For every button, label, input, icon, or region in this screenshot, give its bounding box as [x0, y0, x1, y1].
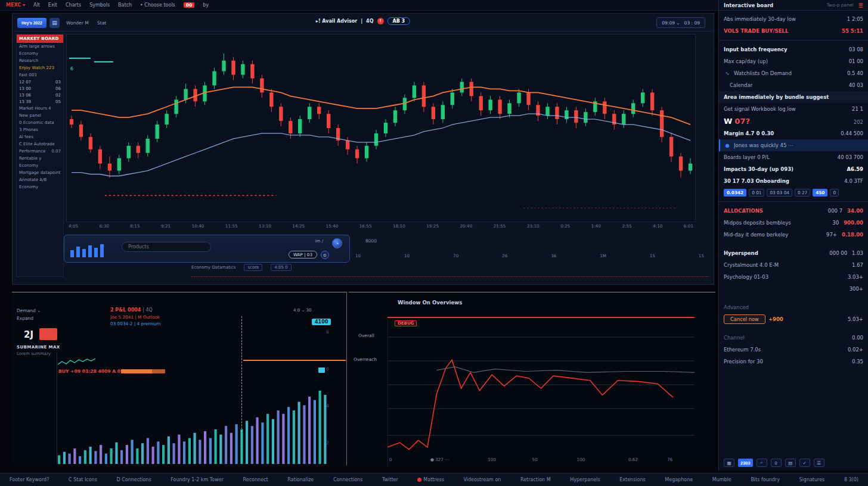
- menu-item[interactable]: Batch: [118, 2, 132, 8]
- statusbar-item[interactable]: Mattress: [417, 477, 444, 482]
- statusbar-item[interactable]: Rationalize: [287, 477, 314, 482]
- watchlist-item[interactable]: 3 Phones: [17, 126, 63, 133]
- statusbar-item[interactable]: D Connections: [116, 477, 151, 482]
- sidebar-row[interactable]: Abs immediately 30-day low1 2:05: [719, 13, 868, 25]
- price-badge[interactable]: 4100: [312, 319, 331, 325]
- sidebar-row[interactable]: Ethereum 7.0s0.02+: [719, 344, 868, 356]
- watchlist-item[interactable]: C Elite Autotrade: [17, 141, 63, 148]
- filter-pill[interactable]: 0 27: [795, 189, 810, 197]
- toolbar-icon[interactable]: ⌕: [757, 459, 767, 467]
- watchlist-item[interactable]: Economy: [17, 183, 63, 191]
- sidebar-row[interactable]: 30 17 7.03 Onboarding4.0 3TF: [719, 175, 868, 187]
- filter-pill[interactable]: 0: [830, 189, 839, 197]
- target-icon[interactable]: ⊙: [321, 251, 329, 259]
- statusbar-item[interactable]: Twitter: [382, 477, 398, 482]
- statusbar-item[interactable]: Extensions: [619, 477, 645, 482]
- statusbar-item[interactable]: Bits foundry: [751, 477, 780, 482]
- watchlist-item[interactable]: Mortgage datapoint: [17, 169, 63, 176]
- sidebar-row[interactable]: ALLOCATIONS000 734.00: [719, 205, 868, 217]
- toolbar-chip[interactable]: 0: [771, 459, 782, 467]
- watchlist-item[interactable]: Enjoy Watch 223: [17, 64, 63, 71]
- sidebar-row[interactable]: 300+: [719, 283, 868, 295]
- toolbar-icon[interactable]: ▤: [785, 459, 796, 467]
- statusbar-item[interactable]: Reconnect: [243, 477, 268, 482]
- wap-pill[interactable]: WAP | 03: [289, 251, 317, 258]
- statusbar-item[interactable]: C Stat Icons: [69, 477, 97, 482]
- watchlist-item[interactable]: Market Hours 4: [17, 105, 63, 112]
- watchlist-item[interactable]: 0 Economic data: [17, 119, 63, 126]
- candlestick-chart[interactable]: 6: [66, 34, 696, 222]
- sidebar-row[interactable]: Channel0.00: [719, 332, 868, 344]
- menu-item[interactable]: MEXC ▾: [6, 2, 25, 8]
- filter-pill[interactable]: 0 01: [749, 189, 764, 197]
- alert-icon[interactable]: !: [377, 18, 383, 24]
- watchlist-item[interactable]: New panel: [17, 112, 63, 119]
- toolbar-label-2[interactable]: Stat: [97, 20, 106, 26]
- symbol-select-button[interactable]: Hey's 2022: [17, 18, 46, 28]
- menu-item[interactable]: 00: [184, 2, 194, 8]
- statusbar-item[interactable]: Foundry 1-2 km Tower: [170, 477, 224, 482]
- quote-row[interactable]: 13 06 02: [17, 92, 63, 98]
- tab-demand[interactable]: Demand ⌄: [17, 308, 41, 313]
- toolbar-icon[interactable]: ☰: [814, 459, 824, 467]
- statusbar-item[interactable]: Connections: [333, 477, 362, 482]
- sidebar-row[interactable]: Mid-day it demo berkeley97+0.18.00: [719, 229, 868, 241]
- sidebar-row[interactable]: ●Jones was quickly 45 ⋯: [719, 139, 868, 151]
- sidebar-row[interactable]: Margin 4.7 0 0.300.44 500: [719, 127, 868, 139]
- tab-expand[interactable]: Expand: [17, 316, 41, 321]
- filter-pill[interactable]: 0.0342: [724, 189, 746, 197]
- watchlist-item[interactable]: Economy: [17, 162, 63, 169]
- time-pill[interactable]: 4:05 0: [271, 264, 291, 271]
- toolbar-icon[interactable]: ▦: [724, 459, 734, 467]
- toolbar-chip[interactable]: 2303: [738, 459, 753, 467]
- watchlist-item[interactable]: Arm large arrows: [17, 43, 63, 50]
- sidebar-row[interactable]: VOLS TRADE BUY/SELL55 5:11: [719, 25, 868, 37]
- menu-item[interactable]: Symbols: [89, 2, 110, 8]
- sidebar-row[interactable]: Boards layer 0 P/L40 03 700: [719, 151, 868, 163]
- sell-marker[interactable]: [39, 328, 57, 340]
- products-search-input[interactable]: [122, 242, 211, 252]
- filter-pill[interactable]: 03 03 04: [767, 189, 792, 197]
- globe-icon[interactable]: ◔: [332, 238, 342, 248]
- menu-item[interactable]: by: [203, 2, 209, 8]
- sidebar-row[interactable]: Input batch frequency03 08: [719, 43, 868, 55]
- quote-row[interactable]: 12 07 03: [17, 79, 63, 85]
- watchlist-item[interactable]: Economy: [17, 50, 63, 57]
- score-pill[interactable]: score: [244, 264, 262, 271]
- menu-item[interactable]: Exit: [48, 2, 57, 8]
- statusbar-item[interactable]: Footer Keyword?: [10, 477, 49, 482]
- sidebar-row[interactable]: Calendar40 03: [719, 79, 868, 91]
- cancel-order-button[interactable]: Cancel now: [724, 314, 765, 324]
- quote-row[interactable]: 13 39 05: [17, 98, 63, 105]
- statusbar-item[interactable]: 8 3(0): [844, 477, 858, 482]
- sidebar-row[interactable]: Precision for 300.35: [719, 356, 868, 367]
- menu-item[interactable]: • Choose tools: [140, 2, 175, 8]
- sidebar-row[interactable]: ∿Watchlists On Demand0.5 40: [719, 67, 868, 79]
- statusbar-item[interactable]: Mumble: [712, 477, 731, 482]
- pair-badge[interactable]: AB 3: [387, 17, 410, 25]
- sidebar-row[interactable]: Max cap/day (up)01 00: [719, 55, 868, 67]
- watchlist-item[interactable]: Fast 003: [17, 71, 63, 79]
- watchlist-item[interactable]: Annotate A/B: [17, 176, 63, 183]
- watchlist-item[interactable]: Performance0.07: [17, 148, 63, 155]
- statusbar-item[interactable]: Retraction M: [520, 477, 551, 482]
- statusbar-item[interactable]: Signatures: [799, 477, 825, 482]
- menu-red-icon[interactable]: ≣: [858, 2, 863, 8]
- filter-pill[interactable]: 450: [813, 189, 827, 197]
- sidebar-row[interactable]: Impacts 30-day (up 093)A6.59: [719, 163, 868, 175]
- watchlist-item[interactable]: Rentable y: [17, 155, 63, 162]
- statusbar-item[interactable]: Videostream on: [463, 477, 501, 482]
- layout-icon[interactable]: ▤: [49, 18, 60, 28]
- menu-item[interactable]: Alt: [33, 2, 40, 8]
- statusbar-item[interactable]: Megaphone: [665, 477, 693, 482]
- sidebar-row[interactable]: Get signal Workbook log low21 1: [719, 103, 868, 115]
- watchlist-item[interactable]: Research: [17, 57, 63, 64]
- sidebar-row[interactable]: Crystalmount 4.0 E-M1.67: [719, 259, 868, 271]
- watchlist-item[interactable]: AI fees: [17, 133, 63, 141]
- sidebar-row[interactable]: Hyperspend000 001.03: [719, 247, 868, 259]
- sidebar-row[interactable]: Advanced: [719, 301, 868, 313]
- toolbar-label-1[interactable]: Wonder M: [66, 20, 89, 26]
- menu-item[interactable]: Charts: [66, 2, 81, 8]
- statusbar-item[interactable]: Hyperpanels: [570, 477, 600, 482]
- sidebar-row[interactable]: Midpos deposits bembleys30900.00: [719, 217, 868, 229]
